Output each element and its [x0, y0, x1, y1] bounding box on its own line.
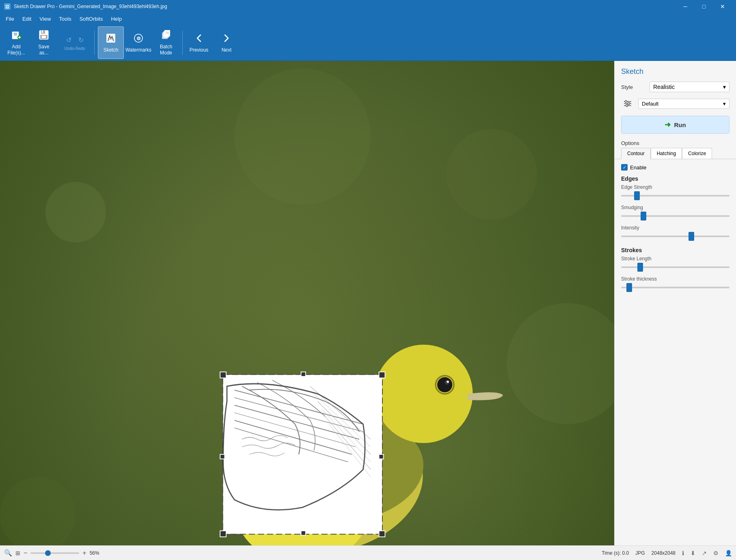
- menu-help[interactable]: Help: [107, 14, 126, 24]
- zoom-icon: 🔍: [4, 549, 12, 557]
- save-as-button[interactable]: Saveas...: [31, 26, 57, 59]
- stroke-thickness-thumb[interactable]: [626, 283, 632, 292]
- presets-adjust-icon[interactable]: [621, 97, 634, 110]
- smudging-section: Smudging: [615, 203, 736, 223]
- svg-point-53: [263, 469, 281, 478]
- intensity-slider[interactable]: [621, 232, 730, 240]
- stroke-length-thumb[interactable]: [637, 263, 643, 272]
- svg-text:⚙: ⚙: [136, 36, 141, 41]
- svg-point-55: [251, 480, 263, 486]
- next-label: Next: [222, 47, 232, 53]
- add-files-label: AddFile(s)...: [7, 44, 25, 56]
- dimensions-label: 2048x2048: [652, 550, 676, 556]
- info-icon[interactable]: ℹ: [682, 550, 684, 556]
- menu-softorbits[interactable]: SoftOrbits: [76, 14, 107, 24]
- enable-label: Enable: [630, 164, 646, 171]
- strokes-title: Strokes: [615, 244, 736, 254]
- batch-mode-button[interactable]: BatchMode: [153, 26, 179, 59]
- panel-title: Sketch: [615, 61, 736, 79]
- svg-point-27: [235, 69, 371, 205]
- enable-checkbox[interactable]: ✓: [621, 164, 628, 171]
- sketch-label: Sketch: [104, 47, 119, 53]
- share-icon[interactable]: ↗: [702, 550, 707, 556]
- zoom-thumb[interactable]: [45, 550, 51, 556]
- watermarks-button[interactable]: ⚙ Watermarks: [125, 26, 151, 59]
- style-dropdown[interactable]: Realistic ▾: [650, 82, 730, 92]
- svg-point-54: [284, 477, 299, 485]
- svg-rect-65: [220, 454, 224, 459]
- intensity-thumb[interactable]: [689, 232, 694, 241]
- smudging-thumb[interactable]: [641, 212, 646, 221]
- toolbar: AddFile(s)... Saveas... ↺ ↻ Undo-Redo: [0, 24, 736, 61]
- next-button[interactable]: Next: [214, 26, 240, 59]
- run-label: Run: [674, 121, 686, 128]
- previous-button[interactable]: Previous: [186, 26, 212, 59]
- stroke-length-label: Stroke Length: [621, 256, 730, 262]
- svg-rect-67: [220, 531, 226, 537]
- canvas-area[interactable]: [0, 61, 614, 545]
- style-value: Realistic: [653, 84, 675, 90]
- edges-title: Edges: [615, 172, 736, 183]
- undo-button[interactable]: ↺: [63, 34, 74, 45]
- main-layout: Sketch Style Realistic ▾: [0, 61, 736, 545]
- add-files-icon: [11, 29, 22, 42]
- tab-colorize[interactable]: Colorize: [682, 148, 712, 159]
- download-icon[interactable]: ⬇: [691, 550, 695, 556]
- time-label: Time (s): 0.0: [602, 550, 629, 556]
- svg-point-75: [626, 105, 628, 107]
- settings-icon[interactable]: ⚙: [713, 550, 719, 556]
- tab-hatching[interactable]: Hatching: [651, 148, 682, 159]
- smudging-label: Smudging: [621, 205, 730, 210]
- menu-tools[interactable]: Tools: [55, 14, 75, 24]
- app-icon: 🖼: [4, 3, 11, 10]
- svg-rect-68: [301, 531, 306, 535]
- tab-contour[interactable]: Contour: [621, 148, 651, 159]
- svg-rect-64: [379, 372, 385, 378]
- menu-file[interactable]: File: [2, 14, 18, 24]
- zoom-in-btn[interactable]: +: [82, 549, 86, 557]
- edge-strength-thumb[interactable]: [634, 191, 640, 200]
- format-label: JPG: [635, 550, 645, 556]
- zoom-slider[interactable]: [30, 552, 79, 554]
- menu-view[interactable]: View: [35, 14, 55, 24]
- next-icon: [221, 32, 232, 45]
- undo-redo-area: ↺ ↻ Undo-Redo: [58, 34, 91, 51]
- svg-rect-69: [379, 531, 385, 537]
- svg-point-71: [625, 101, 627, 103]
- statusbar: 🔍 ⊞ − + 56% Time (s): 0.0 JPG 2048x2048 …: [0, 545, 736, 560]
- edge-strength-section: Edge Strength: [615, 183, 736, 203]
- svg-rect-62: [220, 372, 226, 378]
- svg-point-43: [447, 381, 449, 383]
- minimize-button[interactable]: ─: [676, 0, 695, 13]
- stroke-thickness-slider[interactable]: [621, 283, 730, 292]
- smudging-slider[interactable]: [621, 212, 730, 220]
- presets-dropdown-arrow: ▾: [723, 101, 726, 107]
- add-files-button[interactable]: AddFile(s)...: [3, 26, 29, 59]
- redo-button[interactable]: ↻: [75, 34, 86, 45]
- window-title: Sketch Drawer Pro - Gemini_Generated_Ima…: [14, 4, 167, 9]
- svg-rect-8: [42, 30, 43, 33]
- presets-dropdown[interactable]: Default ▾: [638, 99, 730, 109]
- sketch-button[interactable]: Sketch: [98, 26, 124, 59]
- previous-label: Previous: [190, 47, 209, 53]
- svg-rect-10: [42, 36, 46, 38]
- options-label: Options: [615, 137, 736, 148]
- save-as-label: Saveas...: [38, 44, 49, 56]
- close-button[interactable]: ✕: [713, 0, 732, 13]
- statusbar-right: Time (s): 0.0 JPG 2048x2048 ℹ ⬇ ↗ ⚙ 👤: [602, 550, 732, 556]
- stroke-length-slider[interactable]: [621, 263, 730, 271]
- user-icon[interactable]: 👤: [725, 550, 732, 556]
- menu-edit[interactable]: Edit: [18, 14, 35, 24]
- style-label: Style: [621, 84, 645, 90]
- batch-mode-icon: [160, 29, 172, 42]
- presets-row: Default ▾: [615, 95, 736, 112]
- fit-icon[interactable]: ⊞: [15, 550, 20, 556]
- maximize-button[interactable]: □: [695, 0, 713, 13]
- edge-strength-slider[interactable]: [621, 192, 730, 200]
- svg-point-24: [446, 129, 537, 220]
- save-as-icon: [38, 29, 50, 42]
- run-button[interactable]: ➜ Run: [621, 116, 730, 134]
- menubar: File Edit View Tools SoftOrbits Help: [0, 13, 736, 24]
- zoom-out-btn[interactable]: −: [24, 549, 27, 557]
- svg-point-41: [437, 377, 452, 392]
